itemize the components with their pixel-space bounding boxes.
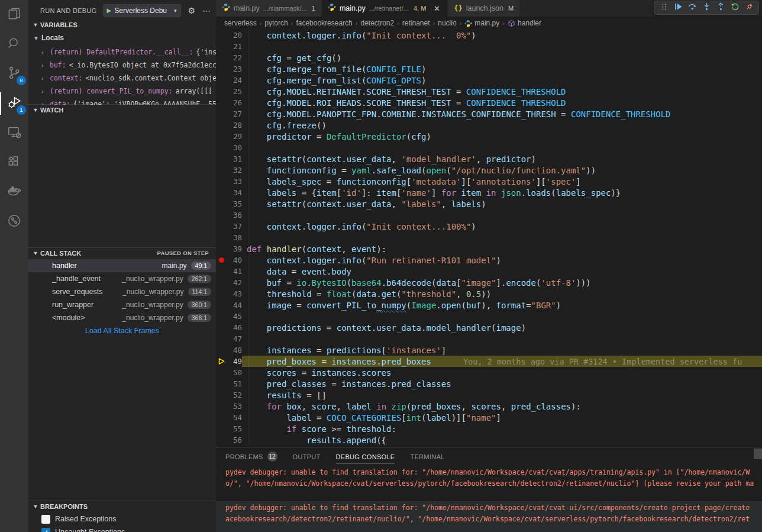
activity-bar-item-run-and-debug[interactable]: 1	[0, 89, 28, 118]
activity-bar-item-remote-explorer[interactable]	[0, 118, 28, 148]
breakpoints-section-header[interactable]: ▼ BREAKPOINTS	[28, 501, 216, 511]
tab-status-badge: 1	[312, 5, 315, 12]
variable-row[interactable]: ›(return) convert_PIL_to_numpy:array([[[…	[28, 85, 216, 98]
activity-bar-item-search[interactable]	[0, 30, 28, 59]
current-stack-frame-icon[interactable]	[216, 357, 227, 365]
test-explorer-icon	[7, 213, 22, 231]
code-line-38: 38	[216, 232, 762, 243]
breadcrumb-item-facebookresearch[interactable]: ›facebookresearch	[288, 19, 353, 27]
call-stack-frame[interactable]: _handle_event_nuclio_wrapper.py262:1	[28, 272, 216, 285]
code-line-43: 43 threshold = float(data.get("threshold…	[216, 288, 762, 299]
breadcrumb-item-nuclio[interactable]: ›nuclio	[430, 19, 457, 27]
code-text: scores = instances.scores	[242, 367, 391, 378]
code-line-44: 44 image = convert_PIL_to_numpy(Image.op…	[216, 299, 762, 311]
line-number: 36	[227, 211, 242, 220]
start-debug-icon[interactable]: ▶	[107, 7, 112, 14]
breakpoint-row[interactable]: Raised Exceptions	[28, 512, 216, 525]
continue-button[interactable]	[671, 1, 685, 14]
breadcrumb-item-handler[interactable]: ›handler	[499, 19, 541, 27]
editor-tab-launch.json[interactable]: {}launch.jsonM	[448, 0, 520, 17]
watch-section-header[interactable]: ▼ WATCH	[28, 104, 216, 115]
disconnect-icon	[744, 2, 754, 14]
code-line-46: 46 predictions = context.user_data.model…	[216, 322, 762, 333]
chevron-right-icon: ›	[433, 20, 435, 27]
checkbox[interactable]	[41, 515, 50, 524]
breadcrumb-item-retinanet[interactable]: ›retinanet	[394, 19, 430, 27]
variable-row[interactable]: ›buf:<_io.BytesIO object at 0x7f5a2dc1ec…	[28, 59, 216, 72]
gear-icon[interactable]: ⚙	[188, 6, 196, 15]
breadcrumb-label: nuclio	[438, 19, 456, 27]
line-number: 54	[227, 413, 242, 422]
code-line-20: 20 context.logger.info("Init context... …	[216, 30, 762, 41]
panel-tab-problems[interactable]: PROBLEMS12	[225, 447, 277, 466]
code-text: label = COCO_CATEGORIES[int(label)]["nam…	[242, 412, 501, 423]
extensions-icon	[7, 154, 22, 172]
activity-bar-item-source-control[interactable]: 8	[0, 59, 28, 89]
step-over-button[interactable]	[685, 1, 699, 14]
code-line-47: 47	[216, 333, 762, 344]
breakpoint-icon[interactable]	[216, 257, 227, 263]
close-icon[interactable]: ✕	[432, 4, 441, 13]
restart-button[interactable]	[728, 1, 742, 14]
call-stack-frame[interactable]: handlermain.py49:1	[28, 259, 216, 272]
docker-icon	[7, 183, 22, 201]
step-into-button[interactable]	[699, 1, 713, 14]
call-stack-frame[interactable]: run_wrapper_nuclio_wrapper.py360:1	[28, 298, 216, 311]
more-actions-icon[interactable]: ⋯	[202, 6, 211, 15]
breadcrumb-item-main.py[interactable]: ›main.py	[457, 19, 500, 27]
panel-tab-terminal[interactable]: TERMINAL	[410, 447, 444, 466]
step-out-button[interactable]	[713, 1, 728, 14]
line-number: 46	[227, 323, 242, 332]
activity-bar-item-extensions[interactable]	[0, 148, 28, 178]
disconnect-button[interactable]	[742, 1, 756, 14]
tab-file-path: .../siammask/...	[263, 5, 307, 12]
launch-config-dropdown[interactable]: ▶ Serverless Debu ▾	[103, 4, 181, 17]
call-stack-section-header[interactable]: ▼ CALL STACK PAUSED ON STEP	[28, 247, 216, 258]
breadcrumb-item-detectron2[interactable]: ›detectron2	[353, 19, 394, 27]
code-line-55: 55 if score >= threshold:	[216, 423, 762, 434]
breadcrumb-item-pytorch[interactable]: ›pytorch	[257, 19, 288, 27]
load-all-stack-frames-link[interactable]: Load All Stack Frames	[28, 324, 216, 337]
variables-section-header[interactable]: ▼ VARIABLES	[28, 20, 216, 30]
editor-group: main.py.../siammask/...1main.py.../retin…	[216, 0, 762, 532]
locals-group[interactable]: ▼ Locals	[28, 31, 216, 44]
frame-line-badge: 262:1	[188, 275, 211, 283]
breadcrumb-item-serverless[interactable]: serverless	[224, 19, 257, 27]
frame-name: handler	[52, 262, 77, 270]
activity-bar-item-explorer[interactable]	[0, 0, 28, 30]
code-line-31: 31 setattr(context.user_data, 'model_han…	[216, 153, 762, 165]
variable-row[interactable]: ›context:<nuclio_sdk.context.Context obj…	[28, 72, 216, 85]
breakpoint-row[interactable]: ✓Uncaught Exceptions	[28, 525, 216, 532]
activity-bar-item-test-explorer[interactable]	[0, 207, 28, 237]
panel-scrollbar[interactable]	[754, 449, 762, 459]
run-and-debug-sidebar: RUN AND DEBUG ▶ Serverless Debu ▾ ⚙ ⋯ ▼ …	[28, 0, 216, 532]
code-line-23: 23 cfg.merge_from_file(CONFIG_FILE)	[216, 63, 762, 75]
debug-console-output[interactable]: pydev debugger: unable to find translati…	[216, 466, 762, 532]
editor-tab-main.py[interactable]: main.py.../siammask/...1	[216, 0, 322, 17]
code-editor[interactable]: 20 context.logger.info("Init context... …	[216, 30, 762, 447]
breadcrumb-label: main.py	[474, 19, 499, 27]
tab-status-badge: M	[508, 5, 514, 12]
checkbox[interactable]: ✓	[41, 528, 50, 532]
call-stack-frame[interactable]: <module>_nuclio_wrapper.py366:1	[28, 311, 216, 324]
code-line-52: 52 results = []	[216, 389, 762, 401]
panel-tab-label: DEBUG CONSOLE	[336, 453, 395, 460]
line-number: 29	[227, 132, 242, 141]
chevron-down-icon: ▼	[31, 250, 40, 256]
call-stack-frame[interactable]: serve_requests_nuclio_wrapper.py114:1	[28, 285, 216, 298]
panel-tab-output[interactable]: OUTPUT	[293, 447, 321, 466]
activity-bar-item-docker[interactable]	[0, 178, 28, 207]
editor-tab-main.py[interactable]: main.py.../retinanet/...4, M✕	[322, 0, 448, 17]
frame-file: main.py	[162, 262, 187, 270]
line-number: 55	[227, 424, 242, 433]
line-number: 41	[227, 267, 242, 276]
badge: 8	[17, 76, 26, 85]
chevron-right-icon: ›	[356, 20, 358, 27]
variable-name: context:	[50, 74, 82, 82]
line-number: 25	[227, 87, 242, 96]
chevron-right-icon: ›	[397, 20, 399, 27]
variable-value: <nuclio_sdk.context.Context objec…	[85, 74, 216, 82]
panel-tab-debug-console[interactable]: DEBUG CONSOLE	[336, 447, 395, 466]
indent-guide	[248, 333, 249, 344]
variable-row[interactable]: ›(return) DefaultPredictor.__call__:{'in…	[28, 46, 216, 59]
